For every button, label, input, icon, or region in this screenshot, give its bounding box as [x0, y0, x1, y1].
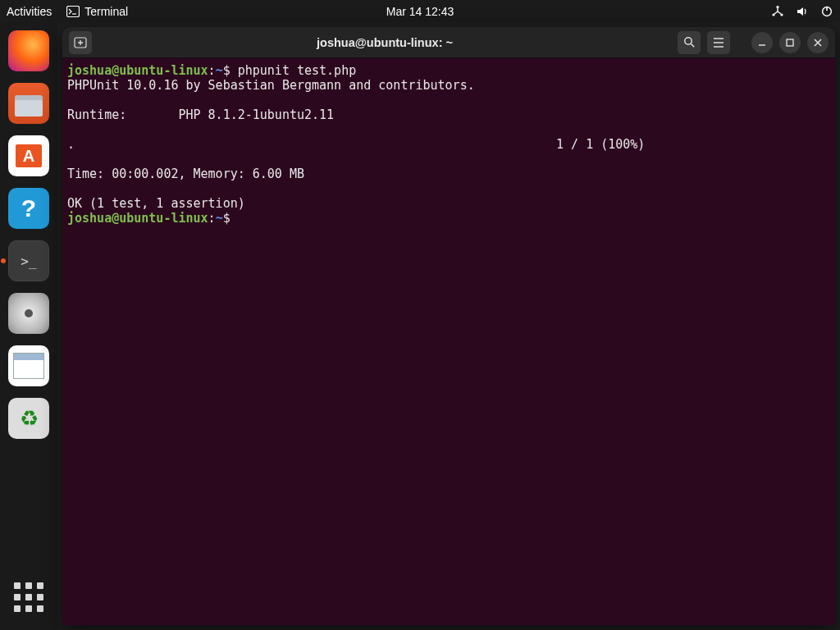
terminal-title: joshua@ubuntu-linux: ~: [98, 36, 671, 49]
topbar-app-menu[interactable]: Terminal: [66, 5, 128, 18]
dock-disk[interactable]: [8, 293, 49, 334]
minimize-icon: [757, 38, 767, 48]
dock-trash[interactable]: [8, 398, 49, 439]
prompt-at: @: [112, 63, 119, 78]
search-button[interactable]: [678, 31, 701, 54]
prompt-user: joshua: [67, 63, 112, 78]
ubuntu-dock: ?: [0, 22, 57, 630]
close-icon: [813, 38, 823, 48]
hamburger-icon: [713, 38, 724, 48]
dock-help[interactable]: ?: [8, 188, 49, 229]
command-1: phpunit test.php: [231, 63, 357, 78]
volume-icon[interactable]: [796, 5, 809, 18]
power-icon[interactable]: [820, 5, 833, 18]
network-icon[interactable]: [771, 5, 784, 18]
phpunit-runtime: Runtime: PHP 8.1.2-1ubuntu2.11: [67, 107, 334, 122]
prompt-dollar: $: [223, 63, 231, 78]
maximize-icon: [785, 38, 795, 48]
search-icon: [683, 36, 696, 48]
prompt-colon: :: [208, 63, 216, 78]
svg-rect-7: [787, 39, 793, 46]
prompt-host: ubuntu-linux: [119, 211, 208, 226]
dock-firefox[interactable]: [8, 30, 49, 71]
phpunit-banner: PHPUnit 10.0.16 by Sebastian Bergmann an…: [67, 78, 475, 93]
topbar-app-name: Terminal: [84, 5, 128, 18]
show-applications-button[interactable]: [14, 582, 43, 612]
prompt-colon: :: [208, 211, 216, 226]
close-button[interactable]: [807, 32, 829, 53]
dock-terminal[interactable]: [8, 240, 49, 281]
terminal-window: joshua@ubuntu-linux: ~ joshua@ubuntu-lin…: [62, 27, 835, 625]
svg-rect-0: [67, 6, 80, 16]
prompt-path: ~: [216, 63, 223, 78]
gnome-top-bar: Activities Terminal Mar 14 12:43: [0, 0, 840, 22]
dock-software[interactable]: [8, 135, 49, 176]
activities-button[interactable]: Activities: [7, 5, 52, 18]
dock-text-editor[interactable]: [8, 345, 49, 386]
terminal-icon: [66, 6, 80, 17]
svg-point-6: [684, 38, 691, 44]
prompt-at: @: [112, 211, 119, 226]
dock-files[interactable]: [8, 83, 49, 124]
new-tab-button[interactable]: [69, 31, 92, 54]
terminal-body[interactable]: joshua@ubuntu-linux:~$ phpunit test.php …: [62, 58, 835, 625]
prompt-dollar: $: [223, 211, 231, 226]
terminal-titlebar: joshua@ubuntu-linux: ~: [62, 27, 835, 58]
phpunit-result: OK (1 test, 1 assertion): [67, 196, 245, 211]
minimize-button[interactable]: [751, 32, 773, 53]
prompt-host: ubuntu-linux: [119, 63, 208, 78]
prompt-path: ~: [216, 211, 223, 226]
svg-point-1: [776, 5, 778, 7]
maximize-button[interactable]: [779, 32, 801, 53]
phpunit-progress-count: 1 / 1 (100%): [556, 137, 645, 152]
hamburger-menu-button[interactable]: [707, 31, 730, 54]
phpunit-time-memory: Time: 00:00.002, Memory: 6.00 MB: [67, 167, 304, 181]
prompt-user: joshua: [67, 211, 112, 226]
phpunit-progress-dot: .: [67, 137, 75, 152]
